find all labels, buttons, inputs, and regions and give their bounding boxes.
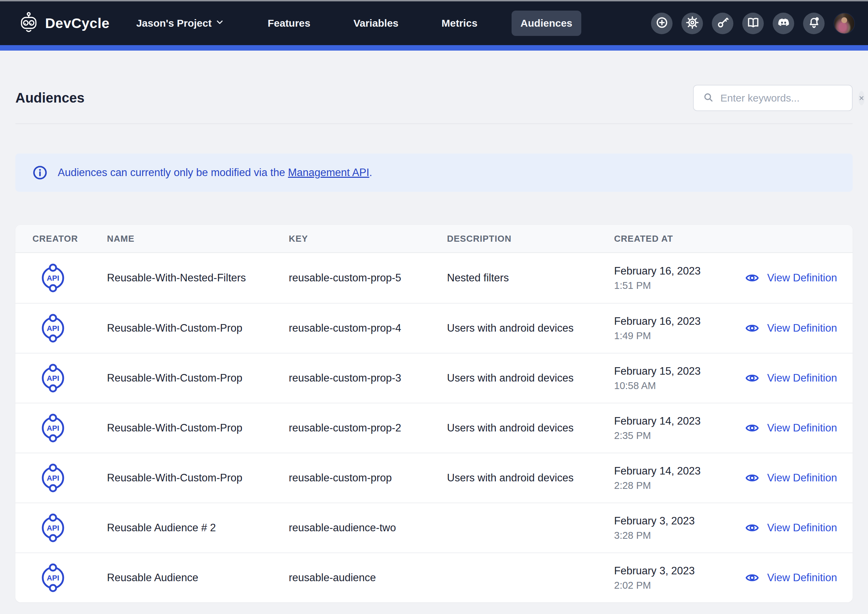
creator-cell: API — [16, 461, 107, 495]
info-banner: Audiences can currently only be modified… — [16, 154, 852, 192]
table-row: API Reusable-With-Nested-Filters reusabl… — [16, 253, 852, 303]
created-at-cell: February 15, 2023 10:58 AM — [614, 365, 744, 392]
created-at-cell: February 14, 2023 2:28 PM — [614, 465, 744, 491]
view-definition-label: View Definition — [767, 372, 837, 384]
banner-text: Audiences can currently only be modified… — [58, 166, 372, 179]
project-switcher[interactable]: Jason's Project — [136, 17, 225, 30]
brand-name: DevCycle — [45, 16, 110, 31]
svg-text:API: API — [47, 374, 59, 382]
creator-cell: API — [16, 311, 107, 345]
navbar-actions — [651, 12, 855, 34]
created-date: February 15, 2023 — [614, 365, 744, 378]
column-header-key: KEY — [289, 233, 447, 244]
top-navbar: DevCycle Jason's Project Features Variab… — [0, 2, 868, 45]
api-creator-icon: API — [39, 411, 67, 445]
api-creator-icon: API — [39, 461, 67, 495]
view-definition-link[interactable]: View Definition — [744, 471, 852, 485]
created-time: 1:51 PM — [614, 280, 744, 291]
nav-item-metrics[interactable]: Metrics — [432, 11, 486, 36]
audience-key: reusable-custom-prop-4 — [289, 322, 447, 334]
nav-item-features[interactable]: Features — [259, 11, 319, 36]
created-time: 2:02 PM — [614, 580, 744, 591]
view-definition-label: View Definition — [767, 422, 837, 434]
audience-name: Reusable Audience — [107, 572, 289, 584]
created-date: February 14, 2023 — [614, 415, 744, 427]
created-at-cell: February 16, 2023 1:51 PM — [614, 265, 744, 291]
svg-text:API: API — [47, 574, 59, 582]
actions-cell: View Definition — [744, 521, 852, 535]
actions-cell: View Definition — [744, 321, 852, 335]
created-at-cell: February 14, 2023 2:35 PM — [614, 415, 744, 441]
plus-circle-icon — [656, 16, 668, 30]
audience-name: Reusable-With-Nested-Filters — [107, 272, 289, 284]
view-definition-link[interactable]: View Definition — [744, 321, 852, 335]
audience-description: Users with android devices — [447, 472, 614, 484]
svg-text:API: API — [47, 424, 59, 432]
nav-item-audiences[interactable]: Audiences — [512, 11, 581, 36]
created-date: February 3, 2023 — [614, 565, 744, 577]
column-header-creator: CREATOR — [16, 233, 107, 244]
page-title: Audiences — [16, 90, 84, 106]
audience-description: Users with android devices — [447, 372, 614, 384]
created-time: 3:28 PM — [614, 530, 744, 541]
eye-icon — [744, 421, 760, 435]
view-definition-link[interactable]: View Definition — [744, 571, 852, 584]
nav-item-variables[interactable]: Variables — [344, 11, 407, 36]
created-time: 10:58 AM — [614, 380, 744, 392]
actions-cell: View Definition — [744, 471, 852, 485]
view-definition-link[interactable]: View Definition — [744, 371, 852, 385]
page-header: Audiences — [16, 85, 852, 111]
creator-cell: API — [16, 561, 107, 594]
audience-key: reusable-custom-prop-5 — [289, 272, 447, 284]
discord-button[interactable] — [773, 12, 794, 34]
created-date: February 16, 2023 — [614, 315, 744, 328]
bell-icon — [808, 16, 820, 30]
audience-key: reusable-audience — [289, 572, 447, 584]
brand-logo[interactable]: DevCycle — [20, 12, 110, 34]
docs-button[interactable] — [742, 12, 764, 34]
table-row: API Reusable-With-Custom-Prop reusable-c… — [16, 353, 852, 403]
created-date: February 16, 2023 — [614, 265, 744, 277]
view-definition-link[interactable]: View Definition — [744, 271, 852, 285]
creator-cell: API — [16, 511, 107, 545]
svg-text:API: API — [47, 524, 59, 532]
search-box — [693, 85, 852, 111]
gear-icon — [686, 16, 699, 30]
search-input[interactable] — [720, 92, 852, 104]
create-button[interactable] — [651, 12, 673, 34]
user-avatar[interactable] — [834, 12, 855, 34]
audience-key: reusable-custom-prop-3 — [289, 372, 447, 384]
api-creator-icon: API — [39, 261, 67, 295]
api-keys-button[interactable] — [712, 12, 733, 34]
created-date: February 3, 2023 — [614, 515, 744, 527]
actions-cell: View Definition — [744, 271, 852, 285]
settings-button[interactable] — [681, 12, 703, 34]
eye-icon — [744, 371, 760, 385]
creator-cell: API — [16, 411, 107, 445]
actions-cell: View Definition — [744, 371, 852, 385]
column-header-created-at: CREATED AT — [614, 233, 744, 244]
table-row: API Reusable-With-Custom-Prop reusable-c… — [16, 452, 852, 502]
audience-key: reusable-audience-two — [289, 522, 447, 534]
view-definition-link[interactable]: View Definition — [744, 521, 852, 535]
notifications-button[interactable] — [803, 12, 825, 34]
header-divider — [16, 123, 852, 124]
actions-cell: View Definition — [744, 421, 852, 435]
audience-name: Reusable Audience # 2 — [107, 522, 289, 534]
created-at-cell: February 3, 2023 2:02 PM — [614, 565, 744, 591]
svg-text:API: API — [47, 324, 59, 333]
book-icon — [747, 16, 760, 30]
audience-name: Reusable-With-Custom-Prop — [107, 472, 289, 484]
chevron-down-icon — [215, 17, 225, 30]
actions-cell: View Definition — [744, 571, 852, 584]
api-creator-icon: API — [39, 561, 67, 594]
search-clear-button[interactable] — [859, 91, 865, 105]
management-api-link[interactable]: Management API — [288, 166, 369, 179]
view-definition-link[interactable]: View Definition — [744, 421, 852, 435]
audience-name: Reusable-With-Custom-Prop — [107, 422, 289, 434]
created-at-cell: February 3, 2023 3:28 PM — [614, 515, 744, 541]
audience-key: reusable-custom-prop-2 — [289, 422, 447, 434]
key-icon — [716, 16, 729, 30]
table-row: API Reusable-With-Custom-Prop reusable-c… — [16, 403, 852, 452]
api-creator-icon: API — [39, 311, 67, 345]
